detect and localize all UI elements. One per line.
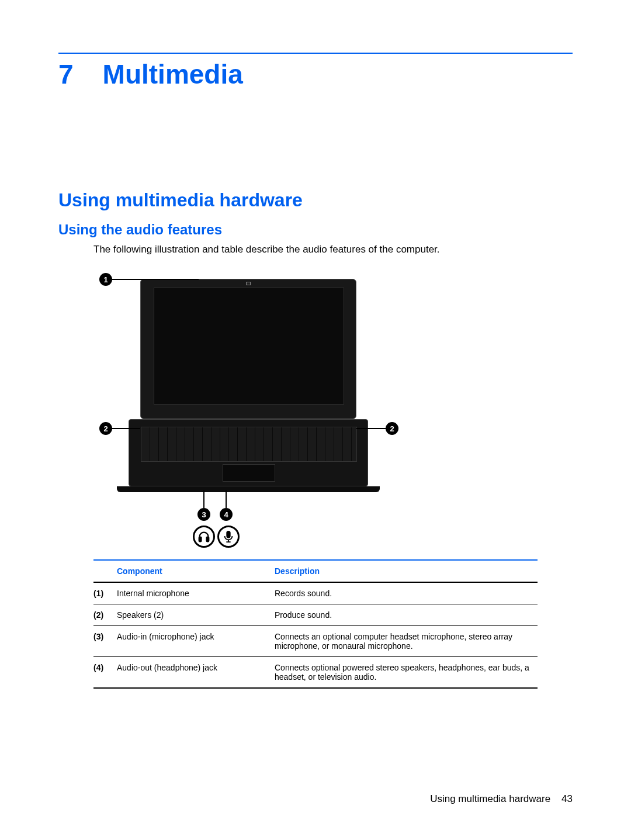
illustration: 1 2 2 3 4: [93, 267, 573, 542]
laptop-screen-bezel: [140, 279, 356, 419]
cell-component: Speakers (2): [117, 604, 275, 626]
cell-idx: (3): [93, 626, 117, 657]
table-header-row: Component Description: [93, 560, 538, 582]
table-row: (4) Audio-out (headphone) jack Connects …: [93, 657, 538, 689]
headphone-icon: [193, 526, 215, 548]
chapter-title: Multimedia: [103, 58, 243, 90]
callout-line-2-right: [356, 428, 386, 429]
subsection-heading: Using the audio features: [58, 222, 573, 238]
cell-description: Connects optional powered stereo speaker…: [275, 657, 538, 689]
callout-line-1: [112, 279, 199, 280]
laptop-base: [129, 419, 368, 486]
page-number: 43: [561, 793, 573, 804]
cell-idx: (1): [93, 582, 117, 604]
cell-idx: (2): [93, 604, 117, 626]
table-row: (3) Audio-in (microphone) jack Connects …: [93, 626, 538, 657]
microphone-icon: [217, 526, 240, 548]
svg-rect-1: [207, 537, 209, 541]
component-table: Component Description (1) Internal micro…: [93, 559, 538, 689]
callout-4: 4: [220, 508, 233, 521]
chapter-heading: 7 Multimedia: [58, 58, 573, 90]
table-row: (1) Internal microphone Records sound.: [93, 582, 538, 604]
callout-2-left: 2: [99, 422, 112, 435]
laptop-diagram: 1 2 2 3 4: [93, 267, 409, 542]
svg-rect-2: [227, 531, 230, 538]
jack-icons: [193, 526, 240, 548]
callout-1: 1: [99, 273, 112, 286]
footer-text: Using multimedia hardware: [430, 793, 550, 804]
section-heading: Using multimedia hardware: [58, 189, 573, 211]
laptop-screen: [154, 288, 344, 405]
cell-component: Audio-out (headphone) jack: [117, 657, 275, 689]
cell-component: Audio-in (microphone) jack: [117, 626, 275, 657]
cell-description: Connects an optional computer headset mi…: [275, 626, 538, 657]
cell-description: Produce sound.: [275, 604, 538, 626]
cell-component: Internal microphone: [117, 582, 275, 604]
th-blank: [93, 560, 117, 582]
laptop-webcam-icon: [246, 282, 251, 285]
page-footer: Using multimedia hardware 43: [430, 793, 573, 805]
callout-line-2-left: [112, 428, 140, 429]
cell-idx: (4): [93, 657, 117, 689]
top-rule: [58, 53, 573, 54]
laptop-keyboard: [141, 427, 357, 462]
callout-line-3: [203, 490, 204, 508]
callout-line-4: [226, 490, 227, 508]
table-row: (2) Speakers (2) Produce sound.: [93, 604, 538, 626]
th-component: Component: [117, 560, 275, 582]
svg-rect-0: [199, 537, 202, 541]
laptop-front-edge: [117, 486, 380, 492]
cell-description: Records sound.: [275, 582, 538, 604]
callout-3: 3: [197, 508, 210, 521]
chapter-number: 7: [58, 58, 74, 90]
intro-text: The following illustration and table des…: [93, 244, 573, 255]
th-description: Description: [275, 560, 538, 582]
callout-2-right: 2: [386, 422, 398, 435]
laptop-trackpad: [223, 464, 275, 482]
